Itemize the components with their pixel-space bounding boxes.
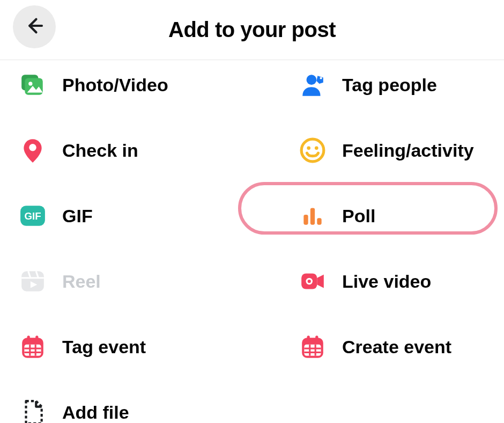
gif-icon: GIF	[19, 202, 46, 229]
svg-rect-32	[304, 345, 321, 356]
option-poll[interactable]: Poll	[252, 199, 489, 233]
option-label: Feeling/activity	[342, 140, 474, 161]
smiley-face-icon	[299, 137, 326, 164]
svg-rect-37	[307, 336, 310, 341]
option-gif[interactable]: GIF GIF	[15, 199, 252, 233]
option-reel: Reel	[15, 264, 252, 298]
back-button[interactable]	[13, 5, 56, 48]
svg-text:GIF: GIF	[24, 210, 41, 222]
option-label: Create event	[342, 337, 451, 358]
svg-rect-15	[21, 271, 44, 291]
option-photo-video[interactable]: Photo/Video	[15, 68, 252, 102]
svg-rect-14	[317, 218, 321, 225]
arrow-left-icon	[23, 14, 46, 39]
svg-point-9	[315, 147, 318, 150]
option-feeling-activity[interactable]: Feeling/activity	[252, 133, 489, 167]
svg-rect-30	[35, 336, 38, 341]
option-label: Check in	[62, 140, 138, 161]
svg-rect-38	[315, 336, 318, 341]
page-title: Add to your post	[168, 18, 336, 42]
option-label: Poll	[342, 206, 375, 227]
add-file-icon	[19, 399, 46, 423]
option-label: Photo/Video	[62, 75, 168, 96]
svg-point-21	[308, 280, 311, 283]
header: Add to your post	[0, 0, 504, 60]
option-label: GIF	[62, 206, 93, 227]
option-check-in[interactable]: Check in	[15, 133, 252, 167]
option-tag-event[interactable]: Tag event	[15, 330, 252, 364]
option-live-video[interactable]: Live video	[252, 264, 489, 298]
svg-rect-13	[310, 208, 315, 224]
tag-people-icon	[299, 71, 326, 98]
calendar-create-icon	[299, 333, 326, 360]
live-video-icon	[299, 268, 326, 295]
options-grid: Photo/Video Tag people Check in	[0, 60, 504, 423]
svg-point-3	[28, 82, 32, 85]
svg-point-6	[29, 144, 36, 151]
option-create-event[interactable]: Create event	[252, 330, 489, 364]
svg-rect-29	[27, 336, 30, 341]
option-label: Reel	[62, 271, 101, 292]
option-label: Tag people	[342, 75, 437, 96]
svg-point-8	[307, 147, 310, 150]
svg-point-7	[301, 139, 324, 162]
photo-video-icon	[19, 71, 46, 98]
location-pin-icon	[19, 137, 46, 164]
option-tag-people[interactable]: Tag people	[252, 68, 489, 102]
reel-icon	[19, 268, 46, 295]
option-label: Add file	[62, 402, 129, 423]
svg-rect-12	[303, 215, 308, 225]
option-label: Live video	[342, 271, 431, 292]
poll-bars-icon	[299, 202, 326, 229]
svg-point-4	[307, 75, 317, 85]
svg-rect-24	[24, 345, 41, 356]
option-add-file[interactable]: Add file	[15, 395, 252, 423]
svg-point-5	[320, 77, 322, 79]
calendar-tag-icon	[19, 333, 46, 360]
option-label: Tag event	[62, 337, 146, 358]
